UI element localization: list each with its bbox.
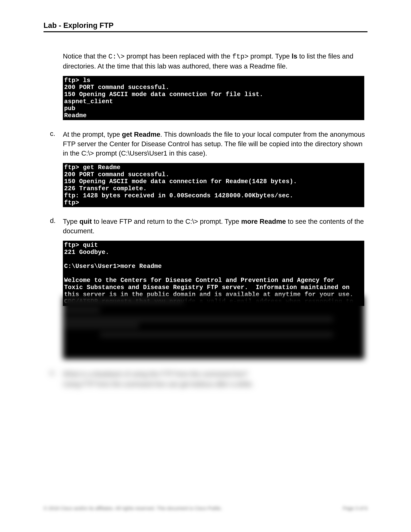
- blurred-step-e: e. What is a drawback of using the FTP f…: [50, 369, 367, 389]
- step-d-pre: Type: [63, 218, 79, 225]
- blurred-step-letter: e.: [50, 369, 63, 389]
- intro-pre: Notice that the: [63, 52, 108, 60]
- step-c-letter: c.: [50, 130, 63, 158]
- step-c-cmd: get Readme: [122, 131, 160, 138]
- intro-mid2: prompt. Type: [249, 52, 292, 60]
- blurred-line1: What is a drawback of using the FTP from…: [63, 369, 253, 379]
- blurred-terminal-continuation: [63, 296, 364, 359]
- step-d-row: d. Type quit to leave FTP and return to …: [50, 217, 367, 236]
- blurred-step-body: What is a drawback of using the FTP from…: [63, 369, 253, 389]
- blurred-terminal-section: [63, 296, 364, 359]
- footer-copyright: © 2016 Cisco and/or its affiliates. All …: [44, 505, 223, 511]
- page-footer: © 2016 Cisco and/or its affiliates. All …: [44, 505, 367, 511]
- intro-cmd1: ls: [292, 52, 297, 60]
- step-d-cmd1: quit: [79, 218, 92, 225]
- page-header-title: Lab - Exploring FTP: [44, 21, 367, 31]
- step-c-row: c. At the prompt, type get Readme. This …: [50, 130, 367, 158]
- step-d-mid: to leave FTP and return to the C:\> prom…: [92, 218, 241, 225]
- terminal-get-output: ftp> get Readme 200 PORT command success…: [63, 163, 364, 207]
- step-c-text: At the prompt, type get Readme. This dow…: [63, 130, 367, 158]
- blurred-question-section: e. What is a drawback of using the FTP f…: [44, 369, 367, 389]
- step-d-letter: d.: [50, 217, 63, 236]
- terminal-ls-output: ftp> ls 200 PORT command successful. 150…: [63, 76, 364, 120]
- footer-page-number: Page 3 of 6: [343, 505, 367, 511]
- step-d-text: Type quit to leave FTP and return to the…: [63, 217, 367, 236]
- blurred-line2: Using FTP from the command line can get …: [63, 379, 253, 389]
- intro-prompt1: C:\>: [108, 53, 125, 61]
- header-rule: [44, 31, 367, 32]
- document-page: Lab - Exploring FTP Notice that the C:\>…: [0, 0, 411, 532]
- intro-mid1: prompt has been replaced with the: [125, 52, 232, 60]
- intro-paragraph: Notice that the C:\> prompt has been rep…: [63, 52, 367, 71]
- step-d-cmd2: more Readme: [241, 218, 286, 225]
- intro-prompt2: ftp>: [232, 53, 249, 61]
- step-c-pre: At the prompt, type: [63, 131, 122, 138]
